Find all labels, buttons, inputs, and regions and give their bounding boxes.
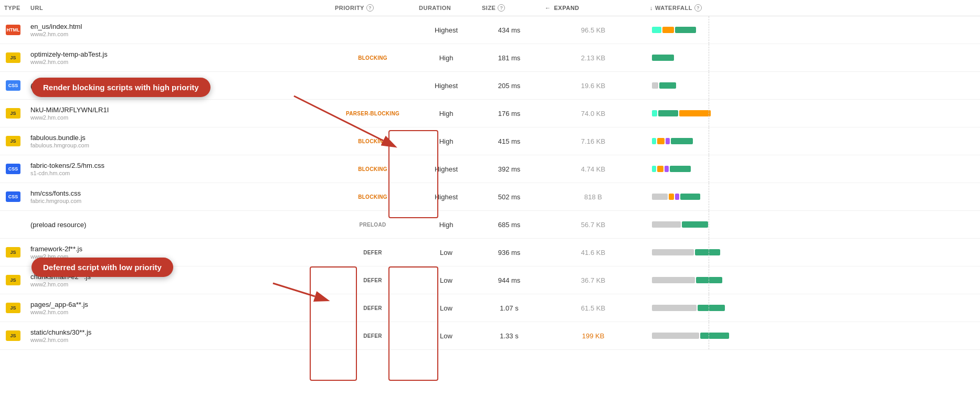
type-badge: CSS — [6, 80, 20, 91]
duration-cell: 936 ms — [478, 244, 541, 261]
type-cell — [0, 220, 26, 229]
waterfall-cell — [646, 294, 980, 322]
waterfall-cell — [646, 183, 980, 210]
priority-value: High — [439, 137, 454, 145]
type-cell: JS — [0, 104, 26, 123]
duration-cell: 205 ms — [478, 78, 541, 94]
waterfall-cell — [646, 127, 980, 155]
url-domain: www2.hm.com — [30, 114, 109, 121]
url-cell: en_us/index.htmlwww2.hm.com — [26, 18, 331, 41]
waterfall-bar — [698, 305, 725, 311]
url-cell: hm/css/fonts.cssfabric.hmgroup.com — [26, 185, 331, 208]
size-cell: 818 B — [541, 189, 646, 205]
type-cell: HTML — [0, 20, 26, 39]
url-domain: www2.hm.com — [30, 59, 108, 65]
priority-header: PRIORITY ? — [331, 4, 415, 12]
type-cell: JS — [0, 132, 26, 151]
url-main: hm/css/fonts.css — [30, 189, 81, 197]
url-domain: s1-cdn.hm.com — [30, 170, 104, 176]
size-header: SIZE ? — [478, 4, 541, 12]
url-domain: www2.hm.com — [30, 31, 82, 37]
type-cell: CSS — [0, 159, 26, 178]
url-main: pages/_app-6a**.js — [30, 301, 88, 308]
table-row[interactable]: JSoptimizely-temp-abTest.jswww2.hm.comBL… — [0, 44, 980, 72]
label-cell: DEFER — [331, 329, 415, 343]
waterfall-help-icon[interactable]: ? — [694, 4, 702, 12]
waterfall-cell — [646, 44, 980, 71]
size-cell: 56.7 KB — [541, 217, 646, 233]
duration-header: DURATION — [415, 4, 478, 12]
table-row[interactable]: JSpages/_app-6a**.jswww2.hm.comDEFERLow1… — [0, 294, 980, 322]
priority-cell: High — [415, 217, 478, 233]
type-badge: JS — [6, 275, 20, 285]
waterfall-bar — [700, 333, 729, 339]
size-cell: 41.6 KB — [541, 244, 646, 261]
url-main: optimizely-temp-abTest.js — [30, 50, 108, 58]
priority-value: Highest — [435, 193, 458, 201]
type-badge: JS — [6, 303, 20, 313]
table-row[interactable]: (preload resource)PRELOADHigh685 ms56.7 … — [0, 211, 980, 239]
label-badge: BLOCKING — [358, 166, 387, 172]
waterfall-bar — [665, 166, 669, 172]
waterfall-bar — [652, 27, 661, 33]
waterfall-cell — [646, 100, 980, 127]
type-cell: JS — [0, 271, 26, 290]
type-badge: JS — [6, 136, 20, 146]
size-cell: 96.5 KB — [541, 22, 646, 38]
type-cell: CSS — [0, 76, 26, 95]
priority-value: Highest — [435, 26, 458, 34]
priority-value: High — [439, 110, 454, 117]
url-main: (preload resource) — [30, 221, 86, 229]
waterfall-bar — [658, 110, 678, 116]
url-cell: pages/_app-6a**.jswww2.hm.com — [26, 296, 331, 319]
waterfall-bar — [659, 82, 676, 89]
label-badge: BLOCKING — [358, 194, 387, 200]
label-cell: DEFER — [331, 245, 415, 260]
priority-help-icon[interactable]: ? — [366, 4, 374, 12]
waterfall-bar — [675, 194, 679, 200]
table-row[interactable]: JSfabulous.bundle.jsfabulous.hmgroup.com… — [0, 127, 980, 155]
table-row[interactable]: HTMLen_us/index.htmlwww2.hm.comHighest43… — [0, 16, 980, 44]
duration-cell: 944 ms — [478, 272, 541, 288]
table-row[interactable]: CSShm/css/fonts.cssfabric.hmgroup.comBLO… — [0, 183, 980, 211]
waterfall-bar — [679, 110, 711, 116]
label-cell: DEFER — [331, 301, 415, 315]
priority-cell: High — [415, 50, 478, 66]
size-cell: 2.13 KB — [541, 50, 646, 66]
expand-header[interactable]: ← EXPAND — [541, 4, 646, 12]
priority-value: Low — [440, 249, 452, 256]
priority-cell: Low — [415, 244, 478, 261]
table-row[interactable]: JSstatic/chunks/30**.jswww2.hm.comDEFERL… — [0, 322, 980, 350]
label-badge: BLOCKING — [358, 138, 387, 144]
annotation-low-priority: Deferred script with low priority — [31, 258, 173, 277]
type-badge: CSS — [6, 164, 20, 174]
duration-cell: 392 ms — [478, 161, 541, 177]
waterfall-bar — [671, 138, 693, 144]
label-badge: PRELOAD — [360, 222, 386, 228]
label-cell: BLOCKING — [331, 134, 415, 148]
duration-cell: 685 ms — [478, 217, 541, 233]
url-main: NkU-MiM/JRFLYWN/LR1I — [30, 106, 109, 114]
priority-cell: High — [415, 105, 478, 122]
url-domain: www2.hm.com — [30, 281, 91, 287]
waterfall-bar — [682, 221, 708, 228]
waterfall-cell — [646, 72, 980, 99]
table-body: HTMLen_us/index.htmlwww2.hm.comHighest43… — [0, 16, 980, 350]
size-help-icon[interactable]: ? — [498, 4, 505, 12]
size-cell: 61.5 KB — [541, 300, 646, 316]
priority-cell: High — [415, 133, 478, 149]
size-cell: 199 KB — [541, 328, 646, 344]
waterfall-bar — [652, 305, 697, 311]
type-badge: HTML — [6, 25, 20, 35]
waterfall-bar — [652, 110, 657, 116]
url-cell: (preload resource) — [26, 217, 331, 233]
waterfall-bar — [675, 27, 696, 33]
table-row[interactable]: JSNkU-MiM/JRFLYWN/LR1Iwww2.hm.comPARSER-… — [0, 100, 980, 127]
type-badge: JS — [6, 330, 20, 341]
waterfall-bar — [670, 166, 691, 172]
waterfall-cell — [646, 211, 980, 238]
url-cell: optimizely-temp-abTest.jswww2.hm.com — [26, 46, 331, 69]
url-main: framework-2f**.js — [30, 245, 82, 253]
table-row[interactable]: CSSfabric-tokens/2.5/hm.csss1-cdn.hm.com… — [0, 155, 980, 183]
priority-value: Low — [440, 332, 452, 340]
